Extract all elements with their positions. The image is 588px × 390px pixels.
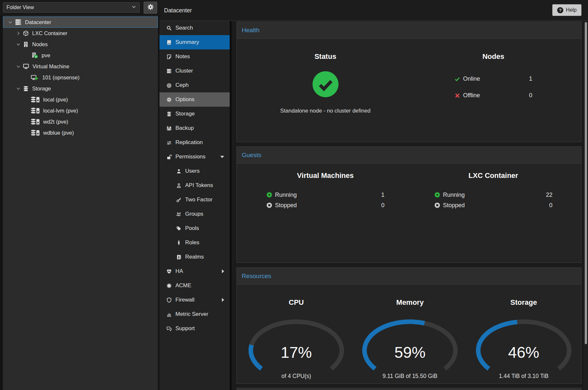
tree-item-storage-wd2t[interactable]: wd2t (pve) [3, 116, 158, 127]
guest-state-value: 22 [546, 192, 552, 198]
nav-item-api-tokens[interactable]: API Tokens [160, 178, 230, 193]
tree-item-pve[interactable]: pve [3, 50, 158, 61]
table-row: Online 1 [454, 71, 532, 87]
nav-item-replication[interactable]: Replication [160, 135, 230, 150]
nav-item-ha[interactable]: HA [160, 264, 230, 278]
lxc-table: Running 22 Stopped 0 [434, 190, 553, 210]
database-icon [166, 111, 172, 117]
datacenter-nav: Search Summary Notes Cluster Ceph Option… [160, 21, 230, 390]
storage-drive-icon [31, 129, 40, 136]
memory-detail: 9.11 GiB of 15.50 GiB [352, 373, 468, 380]
nav-item-two-factor[interactable]: Two Factor [160, 193, 230, 207]
tree-item-label: Virtual Machine [32, 63, 69, 70]
storage-heading: Storage [467, 298, 581, 307]
vm-table: Running 1 Stopped 0 [266, 190, 385, 210]
nav-item-label: Two Factor [185, 196, 212, 203]
key-icon [175, 197, 182, 203]
nav-item-ceph[interactable]: Ceph [160, 78, 230, 92]
memory-gauge: 59% 9.11 GiB of 15.50 GiB [361, 317, 459, 382]
question-icon: ? [557, 7, 563, 13]
nav-item-summary[interactable]: Summary [160, 35, 230, 49]
table-row: Stopped 0 [434, 200, 553, 210]
nav-item-support[interactable]: Support [160, 321, 230, 336]
tree-item-storage-local[interactable]: local (pve) [3, 94, 158, 105]
nav-item-permissions[interactable]: Permissions [160, 150, 230, 164]
node-state-label: Offline [463, 92, 480, 99]
nav-item-notes[interactable]: Notes [160, 49, 230, 64]
nodes-heading: Nodes [411, 52, 575, 61]
help-button-label: Help [566, 7, 577, 13]
nav-item-label: HA [175, 268, 183, 275]
nav-item-realms[interactable]: Realms [160, 250, 230, 264]
storage-percent: 46% [475, 343, 572, 361]
nav-item-label: API Tokens [185, 182, 213, 189]
person-icon [175, 240, 182, 246]
cross-icon [454, 93, 460, 99]
caret-down-icon[interactable] [8, 20, 12, 24]
book-icon [166, 40, 172, 45]
scrollbar-thumb[interactable] [585, 22, 587, 344]
nav-item-label: Firewall [175, 297, 195, 303]
nav-item-label: Backup [175, 125, 194, 131]
nav-item-acme[interactable]: ACME [160, 278, 230, 293]
play-circle-icon [266, 192, 272, 198]
nav-item-roles[interactable]: Roles [160, 235, 230, 250]
nav-item-pools[interactable]: Pools [160, 221, 230, 235]
nav-item-metric-server[interactable]: Metric Server [160, 307, 230, 321]
nav-item-label: Cluster [175, 68, 193, 74]
expand-right-icon [222, 269, 224, 273]
nav-item-label: Groups [185, 211, 203, 217]
nav-item-firewall[interactable]: Firewall [160, 293, 230, 307]
caret-down-icon[interactable] [16, 87, 20, 91]
users-group-icon [175, 211, 182, 217]
help-button[interactable]: ? Help [552, 4, 582, 16]
tree-item-storage[interactable]: Storage [3, 83, 158, 94]
nav-item-label: Metric Server [175, 311, 208, 317]
check-icon [454, 76, 460, 82]
content-scrollbar[interactable] [583, 21, 588, 390]
tree-item-vm-101[interactable]: 101 (opnsense) [3, 72, 158, 83]
cpu-gauge: 17% of 4 CPU(s) [248, 317, 345, 382]
nav-item-backup[interactable]: Backup [160, 121, 230, 135]
cube-icon [23, 30, 29, 36]
caret-right-icon[interactable] [16, 31, 20, 35]
tree-item-label: LXC Container [32, 30, 67, 36]
guest-state-value: 1 [381, 192, 384, 198]
health-panel-title: Health [237, 22, 581, 39]
lxc-heading: LXC Container [411, 171, 575, 180]
caret-down-icon[interactable] [16, 64, 20, 69]
node-state-label: Online [463, 75, 480, 82]
user-outline-icon [175, 183, 182, 188]
cpu-heading: CPU [239, 298, 353, 307]
status-heading: Status [243, 52, 407, 61]
tree-item-lxc-container[interactable]: LXC Container [3, 28, 158, 39]
tree-item-storage-local-lvm[interactable]: local-lvm (pve) [3, 105, 158, 116]
storage-drive-icon [31, 107, 40, 114]
guest-state-value: 0 [549, 202, 552, 209]
view-mode-label: Folder View [6, 5, 34, 10]
user-icon [175, 168, 182, 174]
tree-item-virtual-machine[interactable]: Virtual Machine [3, 61, 158, 72]
nav-item-search[interactable]: Search [160, 21, 230, 35]
nav-item-label: Replication [175, 139, 203, 146]
nav-item-label: Options [175, 96, 195, 103]
status-ok-icon [312, 71, 339, 98]
vm-running-icon [31, 74, 39, 81]
nav-item-users[interactable]: Users [160, 164, 230, 178]
nav-item-options[interactable]: Options [160, 92, 230, 107]
view-mode-select[interactable]: Folder View [3, 2, 140, 13]
resource-tree: Datacenter LXC Container Nodes pve Virtu… [3, 16, 158, 390]
nav-item-groups[interactable]: Groups [160, 207, 230, 221]
memory-heading: Memory [353, 298, 467, 307]
tree-item-datacenter[interactable]: Datacenter [3, 17, 158, 28]
caret-down-icon[interactable] [16, 42, 20, 47]
tree-settings-button[interactable] [144, 2, 157, 14]
ceph-icon [166, 83, 172, 88]
nav-item-cluster[interactable]: Cluster [160, 64, 230, 78]
nav-item-label: Notes [175, 53, 190, 60]
tree-item-storage-wdblue[interactable]: wdblue (pve) [3, 127, 158, 138]
nav-item-storage[interactable]: Storage [160, 107, 230, 121]
table-row: Offline 0 [454, 87, 532, 104]
tree-item-nodes[interactable]: Nodes [3, 39, 158, 50]
shield-icon [166, 297, 172, 303]
